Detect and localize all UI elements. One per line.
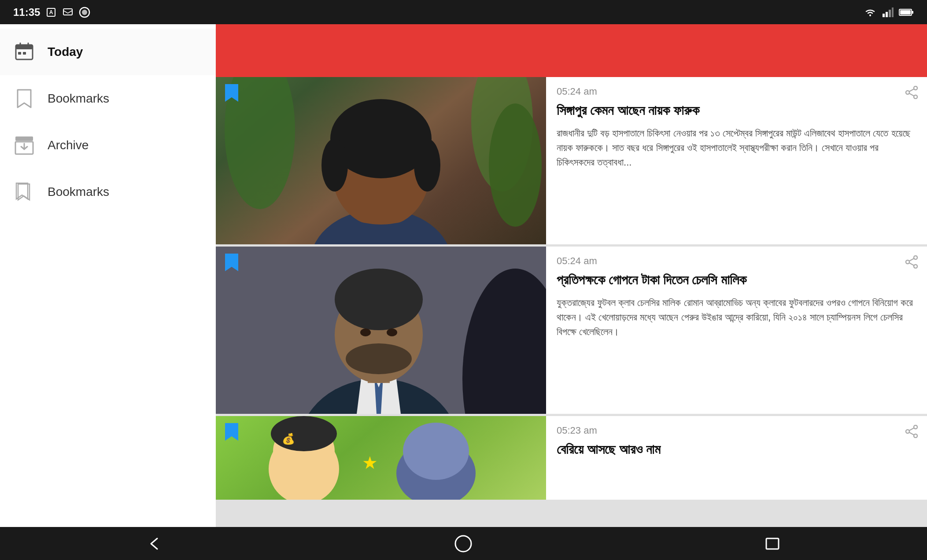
svg-point-46: [906, 260, 909, 264]
news-content-1: 05:24 am সিঙ্গাপুর কেমন আছেন নায়ক ফারুক…: [546, 77, 927, 244]
svg-rect-14: [16, 45, 33, 49]
svg-point-31: [914, 86, 917, 90]
sidebar: Today Bookmarks: [0, 24, 216, 527]
news-time-2: 05:24 am: [557, 255, 915, 267]
news-card-1[interactable]: 05:24 am সিঙ্গাপুর কেমন আছেন নায়ক ফারুক…: [216, 77, 927, 244]
news-time-3: 05:23 am: [557, 425, 915, 436]
svg-point-32: [906, 91, 909, 94]
svg-point-54: [403, 423, 469, 480]
news-image-1: [216, 77, 546, 244]
svg-rect-6: [883, 14, 885, 17]
svg-line-35: [909, 93, 914, 96]
svg-point-24: [489, 103, 542, 227]
status-bar: 11:35 A: [0, 0, 927, 24]
news-image-2: [216, 247, 546, 414]
top-bar: [216, 24, 927, 77]
notification-a-icon: A: [45, 7, 57, 18]
home-button[interactable]: [450, 531, 476, 557]
svg-text:💰: 💰: [282, 432, 295, 445]
svg-point-47: [914, 265, 917, 268]
svg-rect-63: [766, 538, 779, 549]
news-image-3: ★ 💰: [216, 416, 546, 500]
svg-point-45: [914, 256, 917, 259]
news-time-1: 05:24 am: [557, 86, 915, 97]
svg-point-41: [335, 269, 423, 330]
sidebar-item-bookmarks1[interactable]: Bookmarks: [0, 75, 216, 122]
status-bar-right: [864, 7, 914, 18]
svg-line-49: [909, 263, 914, 265]
archive-icon: [13, 134, 35, 156]
news-content-2: 05:24 am প্রতিপক্ষকে গোপনে টাকা দিতেন চে…: [546, 247, 927, 414]
svg-point-52: [271, 416, 337, 451]
news-title-1: সিঙ্গাপুর কেমন আছেন নায়ক ফারুক: [557, 102, 915, 120]
news-card-3[interactable]: ★ 💰 05:23 am বেরিয়ে আস: [216, 416, 927, 500]
svg-rect-8: [889, 10, 891, 17]
svg-line-61: [909, 432, 914, 435]
svg-point-30: [414, 139, 440, 192]
bookmark-overlay-1[interactable]: [224, 83, 240, 104]
news-excerpt-1: রাজধানীর দুটি বড় হাসপাতালে চিকিৎসা নেওয…: [557, 126, 915, 169]
signal-icon: [882, 7, 894, 17]
main-content: Today Bookmarks: [0, 24, 927, 527]
svg-point-42: [346, 343, 412, 374]
news-content-3: 05:23 am বেরিয়ে আসছে আরও নাম: [546, 416, 927, 500]
recents-button[interactable]: [759, 531, 786, 557]
svg-point-57: [914, 425, 917, 429]
svg-rect-9: [892, 7, 894, 17]
svg-point-5: [869, 15, 871, 16]
svg-rect-11: [900, 10, 911, 15]
share-icon-1[interactable]: [905, 86, 918, 102]
svg-line-60: [909, 428, 914, 431]
sidebar-item-bookmarks2[interactable]: Bookmarks: [0, 169, 216, 215]
svg-text:A: A: [49, 9, 53, 15]
svg-point-59: [914, 434, 917, 438]
news-excerpt-2: যুক্তরাজ্যের ফুটবল ক্লাব চেলসির মালিক রো…: [557, 295, 915, 339]
bookmark-overlay-2[interactable]: [224, 253, 240, 274]
svg-point-43: [360, 328, 371, 336]
archive-label: Archive: [48, 138, 89, 152]
nav-bar: [0, 527, 927, 560]
svg-text:★: ★: [362, 453, 378, 472]
svg-point-29: [321, 139, 348, 192]
today-label: Today: [48, 45, 83, 59]
bookmark-outline-icon: [13, 88, 35, 110]
svg-rect-2: [63, 9, 72, 15]
news-title-3: বেরিয়ে আসছে আরও নাম: [557, 441, 915, 459]
wifi-icon: [864, 7, 877, 18]
svg-rect-12: [912, 11, 913, 14]
calendar-icon: [13, 41, 35, 63]
bookmarks2-label: Bookmarks: [48, 185, 109, 199]
svg-rect-7: [886, 12, 888, 17]
notification-c-icon: [79, 7, 90, 18]
svg-point-44: [387, 328, 397, 336]
battery-icon: [899, 8, 914, 17]
bookmarks-icon: [13, 181, 35, 203]
bookmark-overlay-3[interactable]: [224, 422, 240, 443]
notification-b-icon: [62, 7, 74, 18]
status-time: 11:35: [13, 6, 40, 18]
svg-point-62: [455, 536, 471, 552]
svg-rect-18: [23, 52, 26, 55]
share-icon-3[interactable]: [905, 425, 918, 441]
back-button[interactable]: [141, 531, 168, 557]
sidebar-item-archive[interactable]: Archive: [0, 122, 216, 169]
svg-point-58: [906, 430, 909, 433]
sidebar-item-today[interactable]: Today: [0, 29, 216, 75]
news-title-2: প্রতিপক্ষকে গোপনে টাকা দিতেন চেলসি মালিক: [557, 271, 915, 289]
svg-point-4: [82, 10, 87, 15]
news-card-2[interactable]: 05:24 am প্রতিপক্ষকে গোপনে টাকা দিতেন চে…: [216, 247, 927, 414]
svg-line-48: [909, 258, 914, 261]
device-frame: 11:35 A: [0, 0, 927, 560]
share-icon-2[interactable]: [905, 255, 918, 272]
news-feed[interactable]: 05:24 am সিঙ্গাপুর কেমন আছেন নায়ক ফারুক…: [216, 77, 927, 527]
svg-point-33: [914, 95, 917, 99]
svg-line-34: [909, 89, 914, 92]
svg-rect-19: [15, 136, 33, 141]
svg-rect-17: [18, 52, 21, 55]
bookmarks1-label: Bookmarks: [48, 92, 109, 106]
